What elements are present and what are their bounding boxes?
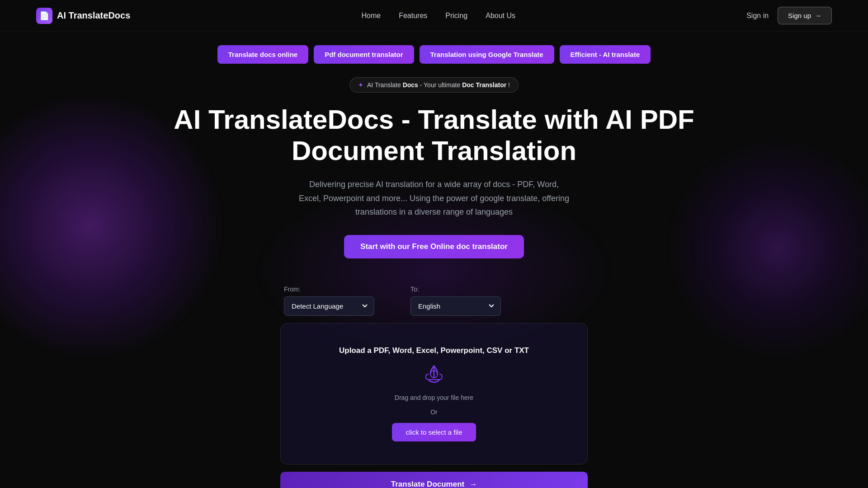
- upload-area[interactable]: Upload a PDF, Word, Excel, Powerpoint, C…: [280, 323, 588, 465]
- cta-button[interactable]: Start with our Free Online doc translato…: [344, 235, 524, 258]
- from-language-group: From: Detect Language English French Ger…: [284, 286, 374, 316]
- from-label: From:: [284, 286, 374, 293]
- upload-title: Upload a PDF, Word, Excel, Powerpoint, C…: [339, 346, 529, 355]
- nav-about[interactable]: About Us: [486, 12, 515, 19]
- nav-links: Home Features Pricing About Us: [361, 12, 515, 20]
- feature-tag-2[interactable]: Translation using Google Translate: [420, 45, 554, 64]
- logo-text: AI TranslateDocs: [57, 10, 130, 21]
- sign-up-label: Sign up: [788, 12, 811, 19]
- select-file-button[interactable]: click to select a file: [392, 423, 476, 441]
- hero-subtext: Delivering precise AI translation for a …: [298, 178, 570, 219]
- translate-button[interactable]: Translate Document →: [280, 472, 588, 488]
- to-label: To:: [410, 286, 501, 293]
- badge-container: ✦ AI Translate Docs - Your ultimate Doc …: [349, 77, 519, 93]
- badge-highlight: Docs: [403, 81, 418, 89]
- badge-icon: ✦: [358, 81, 363, 89]
- badge-text: AI Translate Docs - Your ultimate Doc Tr…: [367, 81, 510, 89]
- translator-section: From: Detect Language English French Ger…: [280, 286, 588, 488]
- upload-or-text: Or: [430, 408, 438, 416]
- translate-label: Translate Document: [391, 480, 465, 488]
- badge-highlight2: Doc Translator: [462, 81, 506, 89]
- from-language-select[interactable]: Detect Language English French German Sp…: [284, 296, 374, 316]
- nav-features[interactable]: Features: [399, 12, 427, 19]
- main-content: Translate docs online Pdf document trans…: [0, 32, 868, 488]
- sign-in-button[interactable]: Sign in: [746, 12, 769, 20]
- feature-tag-3[interactable]: Efficient - AI translate: [560, 45, 651, 64]
- feature-tag-1[interactable]: Pdf document translator: [314, 45, 414, 64]
- sign-up-button[interactable]: Sign up →: [778, 7, 832, 24]
- hero-heading: AI TranslateDocs - Translate with AI PDF…: [163, 104, 705, 166]
- nav-pricing[interactable]: Pricing: [445, 12, 467, 19]
- upload-drag-text: Drag and drop your file here: [395, 394, 473, 401]
- feature-tag-0[interactable]: Translate docs online: [217, 45, 308, 64]
- feature-tags: Translate docs online Pdf document trans…: [217, 45, 651, 64]
- sign-up-arrow: →: [815, 12, 821, 19]
- language-selectors: From: Detect Language English French Ger…: [280, 286, 588, 316]
- logo-icon: 📄: [36, 8, 52, 24]
- logo-link[interactable]: 📄 AI TranslateDocs: [36, 8, 130, 24]
- nav-actions: Sign in Sign up →: [746, 7, 832, 24]
- navbar: 📄 AI TranslateDocs Home Features Pricing…: [0, 0, 868, 32]
- nav-home[interactable]: Home: [361, 12, 381, 19]
- badge: ✦ AI Translate Docs - Your ultimate Doc …: [349, 77, 519, 93]
- to-language-select[interactable]: English French German Spanish Italian Po…: [410, 296, 501, 316]
- translate-arrow-icon: →: [469, 480, 477, 488]
- to-language-group: To: English French German Spanish Italia…: [410, 286, 501, 316]
- upload-icon: [423, 362, 445, 387]
